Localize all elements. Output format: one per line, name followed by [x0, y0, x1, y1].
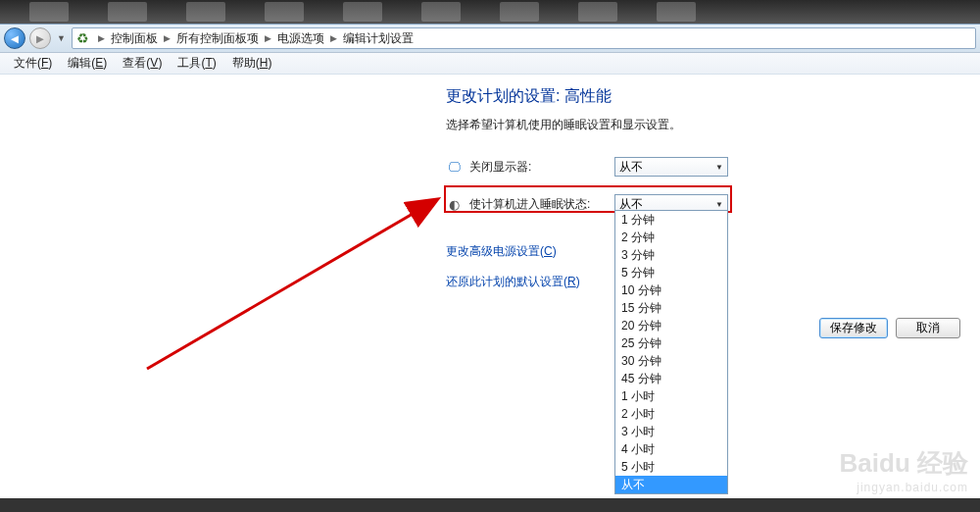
- dropdown-option[interactable]: 5 分钟: [615, 264, 727, 282]
- menu-file[interactable]: 文件(F): [6, 53, 60, 74]
- menu-help[interactable]: 帮助(H): [224, 53, 280, 74]
- dropdown-option[interactable]: 2 小时: [615, 405, 727, 423]
- chevron-down-icon: ▼: [715, 163, 723, 172]
- dropdown-option[interactable]: 30 分钟: [615, 352, 727, 370]
- dropdown-option[interactable]: 2 分钟: [615, 229, 727, 246]
- dropdown-option[interactable]: 1 分钟: [615, 211, 727, 229]
- breadcrumb-item[interactable]: 编辑计划设置: [343, 30, 414, 47]
- display-off-value: 从不: [619, 159, 643, 176]
- menu-tools[interactable]: 工具(T): [170, 53, 223, 74]
- page-title: 更改计划的设置: 高性能: [446, 86, 956, 107]
- window-titlebar: [0, 0, 980, 24]
- content-area: 更改计划的设置: 高性能 选择希望计算机使用的睡眠设置和显示设置。 🖵 关闭显示…: [0, 75, 980, 498]
- display-off-label: 关闭显示器:: [469, 159, 607, 176]
- annotation-arrow-icon: [137, 182, 451, 379]
- chevron-right-icon: ▶: [261, 33, 275, 43]
- setting-row-display: 🖵 关闭显示器: 从不 ▼: [446, 157, 956, 177]
- display-icon: 🖵: [446, 159, 462, 175]
- sleep-label: 使计算机进入睡眠状态:: [469, 196, 607, 213]
- sleep-dropdown-list[interactable]: 1 分钟 2 分钟 3 分钟 5 分钟 10 分钟 15 分钟 20 分钟 25…: [614, 210, 728, 494]
- dropdown-option-selected[interactable]: 从不: [615, 476, 727, 493]
- control-panel-icon: ♻: [76, 30, 92, 46]
- button-bar: 保存修改 取消: [819, 318, 960, 338]
- page-description: 选择希望计算机使用的睡眠设置和显示设置。: [446, 117, 956, 133]
- arrow-left-icon: ◄: [9, 31, 22, 46]
- chevron-down-icon: ▼: [715, 200, 723, 209]
- chevron-right-icon: ▶: [94, 33, 109, 43]
- dropdown-option[interactable]: 4 小时: [615, 440, 727, 458]
- breadcrumb-item[interactable]: 所有控制面板项: [176, 30, 259, 47]
- menu-view[interactable]: 查看(V): [115, 53, 170, 74]
- chevron-right-icon: ▶: [326, 33, 341, 43]
- dropdown-option[interactable]: 45 分钟: [615, 370, 727, 387]
- dropdown-option[interactable]: 20 分钟: [615, 317, 727, 334]
- display-off-dropdown[interactable]: 从不 ▼: [614, 157, 728, 177]
- arrow-right-icon: ►: [34, 31, 47, 46]
- menu-edit[interactable]: 编辑(E): [60, 53, 115, 74]
- chevron-right-icon: ▶: [160, 33, 174, 43]
- dropdown-option[interactable]: 1 小时: [615, 387, 727, 405]
- nav-forward-button: ►: [29, 27, 51, 49]
- dropdown-option[interactable]: 5 小时: [615, 458, 727, 476]
- cancel-button[interactable]: 取消: [896, 318, 960, 338]
- dropdown-option[interactable]: 25 分钟: [615, 334, 727, 352]
- address-bar: ◄ ► ▼ ♻ ▶ 控制面板 ▶ 所有控制面板项 ▶ 电源选项 ▶ 编辑计划设置: [0, 24, 980, 53]
- save-button[interactable]: 保存修改: [819, 318, 888, 338]
- dropdown-option[interactable]: 15 分钟: [615, 299, 727, 317]
- sleep-icon: ◐: [446, 196, 462, 212]
- menu-bar: 文件(F) 编辑(E) 查看(V) 工具(T) 帮助(H): [0, 53, 980, 75]
- breadcrumb-item[interactable]: 控制面板: [111, 30, 158, 47]
- dropdown-option[interactable]: 10 分钟: [615, 282, 727, 299]
- svg-line-0: [147, 200, 436, 369]
- breadcrumb-item[interactable]: 电源选项: [277, 30, 324, 47]
- dropdown-option[interactable]: 3 小时: [615, 423, 727, 440]
- nav-back-button[interactable]: ◄: [4, 27, 25, 49]
- footer-bar: [0, 498, 980, 512]
- dropdown-option[interactable]: 3 分钟: [615, 246, 727, 264]
- nav-history-dropdown[interactable]: ▼: [55, 33, 68, 43]
- breadcrumb[interactable]: ♻ ▶ 控制面板 ▶ 所有控制面板项 ▶ 电源选项 ▶ 编辑计划设置: [72, 27, 976, 49]
